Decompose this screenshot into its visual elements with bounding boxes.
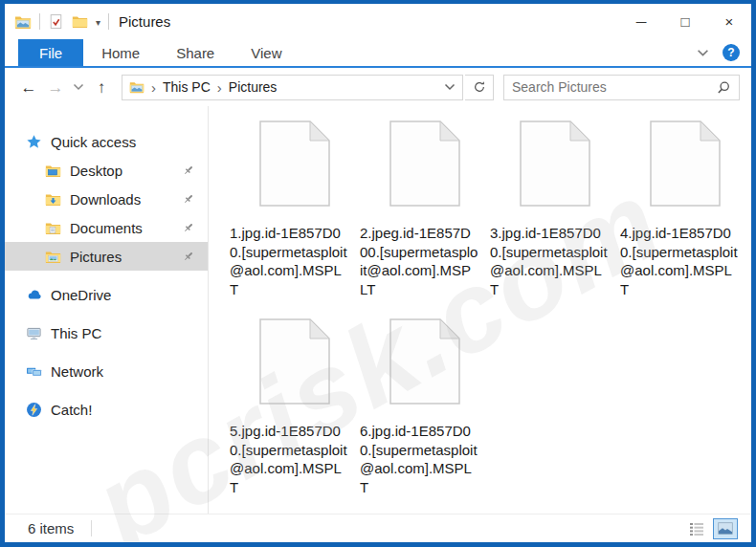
- help-button[interactable]: ?: [723, 44, 740, 61]
- sidebar-item-label: This PC: [51, 325, 101, 341]
- file-tile[interactable]: 3.jpg.id-1E857D00.[supermetasploit@aol.c…: [490, 120, 620, 298]
- address-dropdown-chevron-icon[interactable]: [437, 83, 462, 91]
- back-button[interactable]: ←: [16, 79, 41, 96]
- folder-documents-icon: [45, 220, 61, 236]
- pin-icon: [182, 221, 195, 234]
- minimize-button[interactable]: ─: [619, 4, 663, 39]
- window-title: Pictures: [119, 13, 170, 30]
- breadcrumb-separator-icon: ›: [211, 79, 229, 96]
- sidebar-item-quick-access[interactable]: Quick access: [5, 127, 208, 156]
- file-icon: [259, 318, 330, 405]
- details-view-button[interactable]: [684, 518, 709, 539]
- sidebar-item-documents[interactable]: Documents: [5, 213, 208, 242]
- search-box[interactable]: [503, 75, 740, 100]
- sidebar-item-label: Desktop: [70, 163, 122, 179]
- file-tile[interactable]: 6.jpg.id-1E857D00.[supermetasploit@aol.c…: [360, 318, 490, 496]
- address-bar[interactable]: › This PC › Pictures: [122, 75, 463, 100]
- file-tile[interactable]: 5.jpg.id-1E857D00.[supermetasploit@aol.c…: [230, 318, 360, 496]
- expand-ribbon-chevron-icon[interactable]: [697, 49, 709, 57]
- pin-icon: [182, 164, 195, 177]
- view-buttons: [684, 518, 738, 539]
- pin-icon: [182, 250, 195, 263]
- quick-access-toolbar: ▾: [14, 13, 109, 31]
- file-name: 1.jpg.id-1E857D00.[supermetasploit@aol.c…: [230, 224, 348, 298]
- file-tile[interactable]: 2.jpeg.id-1E857D00.[supermetasploit@aol.…: [360, 120, 490, 298]
- folder-downloads-icon: [45, 191, 61, 208]
- item-count: 6 items: [28, 520, 74, 536]
- sidebar-item-label: Quick access: [51, 134, 136, 150]
- file-tile[interactable]: 4.jpg.id-1E857D00.[supermetasploit@aol.c…: [620, 120, 750, 298]
- sidebar-item-label: Catch!: [51, 402, 92, 418]
- titlebar: ▾ Pictures ─ □ ×: [5, 4, 751, 39]
- file-name: 3.jpg.id-1E857D00.[supermetasploit@aol.c…: [490, 224, 609, 298]
- folder-pictures-icon: [45, 249, 61, 265]
- sidebar-item-pictures[interactable]: Pictures: [5, 242, 208, 271]
- new-folder-icon[interactable]: [72, 13, 88, 30]
- toolbar-separator: [39, 13, 40, 30]
- file-name: 5.jpg.id-1E857D00.[supermetasploit@aol.c…: [230, 422, 348, 496]
- search-input[interactable]: [512, 79, 717, 95]
- status-separator: [91, 520, 92, 536]
- ribbon-right-controls: ?: [697, 39, 751, 66]
- sidebar-item-downloads[interactable]: Downloads: [5, 185, 208, 213]
- main-area: Quick access Desktop Downloads Documents: [5, 106, 751, 514]
- sidebar-item-desktop[interactable]: Desktop: [5, 156, 208, 185]
- large-icons-view-icon: [718, 522, 733, 535]
- tab-view[interactable]: View: [233, 39, 300, 66]
- refresh-icon: [473, 80, 486, 94]
- file-name: 2.jpeg.id-1E857D00.[supermetasploit@aol.…: [360, 224, 478, 298]
- search-icon[interactable]: [717, 80, 731, 95]
- large-icons-view-button[interactable]: [713, 518, 738, 539]
- file-icon: [389, 318, 460, 405]
- address-folder-icon: [129, 79, 145, 95]
- breadcrumb-pictures[interactable]: Pictures: [229, 79, 278, 95]
- sidebar-item-label: OneDrive: [51, 287, 111, 303]
- maximize-button[interactable]: □: [663, 4, 707, 39]
- star-icon: [26, 134, 42, 150]
- qat-customize-caret-icon[interactable]: ▾: [96, 16, 100, 28]
- navigation-pane: Quick access Desktop Downloads Documents: [5, 106, 209, 514]
- forward-button[interactable]: →: [43, 79, 68, 96]
- sidebar-item-label: Pictures: [70, 249, 122, 265]
- sidebar-item-label: Downloads: [70, 191, 141, 208]
- file-icon: [259, 120, 330, 207]
- catch-icon: [26, 402, 42, 418]
- toolbar-separator: [108, 13, 109, 30]
- close-button[interactable]: ×: [707, 4, 751, 39]
- tab-file[interactable]: File: [18, 39, 83, 66]
- sidebar-item-onedrive[interactable]: OneDrive: [5, 280, 208, 309]
- explorer-icon[interactable]: [14, 13, 32, 31]
- file-grid: 1.jpg.id-1E857D00.[supermetasploit@aol.c…: [230, 120, 751, 496]
- properties-icon[interactable]: [48, 13, 64, 30]
- refresh-button[interactable]: [465, 75, 494, 100]
- file-tile[interactable]: 1.jpg.id-1E857D00.[supermetasploit@aol.c…: [230, 120, 360, 298]
- file-name: 4.jpg.id-1E857D00.[supermetasploit@aol.c…: [620, 224, 739, 298]
- breadcrumb-separator-icon: ›: [145, 79, 163, 96]
- this-pc-icon: [26, 325, 42, 341]
- tab-home[interactable]: Home: [83, 39, 158, 66]
- tab-share[interactable]: Share: [158, 39, 233, 66]
- up-button[interactable]: ↑: [89, 79, 114, 96]
- pin-icon: [182, 192, 195, 206]
- file-name: 6.jpg.id-1E857D00.[supermetasploit@aol.c…: [360, 422, 478, 496]
- sidebar-item-label: Network: [51, 363, 103, 380]
- sidebar-item-this-pc[interactable]: This PC: [5, 318, 208, 347]
- folder-desktop-icon: [45, 163, 61, 179]
- network-icon: [26, 363, 42, 380]
- sidebar-item-network[interactable]: Network: [5, 357, 208, 385]
- file-icon: [520, 120, 590, 207]
- recent-locations-chevron-icon[interactable]: [70, 83, 87, 91]
- status-bar: 6 items: [5, 514, 751, 542]
- sidebar-item-catch[interactable]: Catch!: [5, 395, 208, 424]
- ribbon-tab-row: File HomeShareView ?: [5, 39, 751, 68]
- file-list-area: 1.jpg.id-1E857D00.[supermetasploit@aol.c…: [209, 106, 751, 514]
- navigation-bar: ← → ↑ › This PC › Pictures: [5, 68, 751, 106]
- caption-buttons: ─ □ ×: [619, 4, 751, 39]
- breadcrumb-this-pc[interactable]: This PC: [163, 79, 211, 95]
- sidebar-item-label: Documents: [70, 220, 143, 236]
- file-icon: [389, 120, 460, 207]
- file-icon: [650, 120, 721, 207]
- onedrive-icon: [26, 287, 42, 303]
- file-explorer-window: ▾ Pictures ─ □ × File HomeShareView ? ← …: [0, 0, 756, 547]
- details-view-icon: [689, 522, 704, 536]
